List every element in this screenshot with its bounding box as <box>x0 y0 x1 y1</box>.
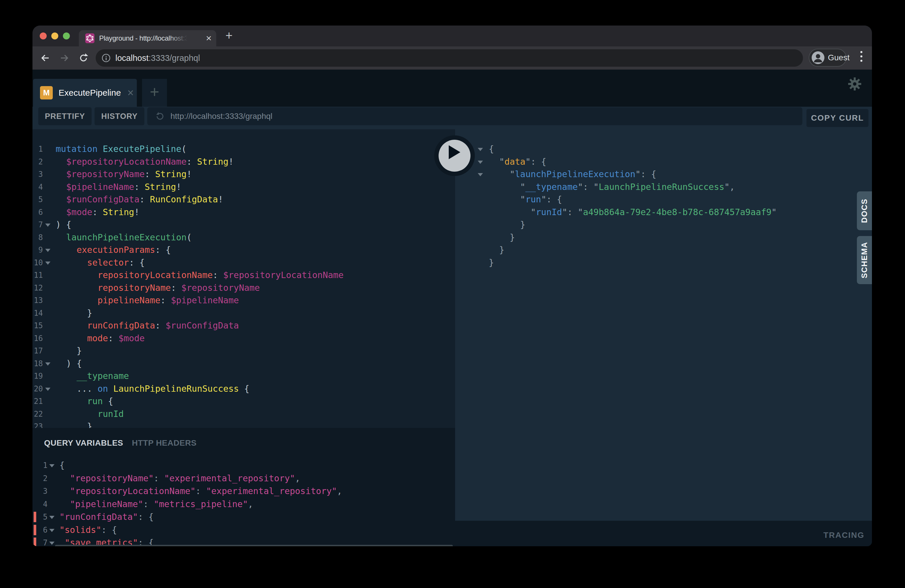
query-code-line: 2 $repositoryLocationName: String! <box>32 156 455 168</box>
query-code-line: 6 $mode: String! <box>32 206 455 219</box>
query-code-line: 3 $repositoryName: String! <box>32 168 455 181</box>
browser-tab[interactable]: Playground - http://localhost:33 × <box>79 30 216 46</box>
tab-title-fade <box>169 30 191 46</box>
query-code-line: 5 $runConfigData: RunConfigData! <box>32 193 455 206</box>
profile-button[interactable]: Guest <box>809 49 846 67</box>
site-info-icon[interactable] <box>102 53 111 63</box>
session-tab-close-icon[interactable]: × <box>127 87 133 99</box>
query-code-line: 20 ... on LaunchPipelineRunSuccess { <box>32 383 455 395</box>
fold-arrow-icon[interactable] <box>49 542 54 545</box>
schema-tab[interactable]: SCHEMA <box>857 236 872 284</box>
prettify-button[interactable]: PRETTIFY <box>38 107 92 125</box>
query-code-line: 13 pipelineName: $pipelineName <box>32 294 455 307</box>
response-code-line: "__typename": "LaunchPipelineRunSuccess"… <box>455 181 872 193</box>
fold-arrow-icon[interactable] <box>49 529 54 532</box>
query-code-line: 10 selector: { <box>32 256 455 269</box>
response-code-line: "run": { <box>455 193 872 206</box>
response-code-line: "data": { <box>455 156 872 168</box>
fold-arrow-icon[interactable] <box>45 388 51 391</box>
settings-gear-icon[interactable] <box>848 77 862 91</box>
query-code-line: 18 ) { <box>32 357 455 370</box>
fold-arrow-icon[interactable] <box>45 262 51 265</box>
endpoint-reload-icon <box>154 111 165 122</box>
avatar-icon <box>812 51 824 64</box>
play-icon <box>449 145 460 159</box>
query-editor[interactable]: 1mutation ExecutePipeline(2 $repositoryL… <box>32 129 455 428</box>
traffic-light-minimize[interactable] <box>51 32 58 40</box>
query-code-line: 14 } <box>32 307 455 319</box>
url-bar[interactable]: localhost:3333/graphql <box>96 49 803 67</box>
query-code-line: 4 $pipelineName: String! <box>32 181 455 193</box>
session-tab[interactable]: M ExecutePipeline × <box>33 79 137 107</box>
fold-arrow-icon[interactable] <box>45 249 51 252</box>
fold-arrow-icon[interactable] <box>49 464 54 467</box>
browser-window: Playground - http://localhost:33 × + loc… <box>32 25 872 546</box>
mutation-badge: M <box>40 86 53 99</box>
variables-pane: QUERY VARIABLES HTTP HEADERS 1{2 "reposi… <box>32 428 455 546</box>
playground-toolbar: PRETTIFY HISTORY http://localhost:3333/g… <box>32 107 872 129</box>
browser-address-bar: localhost:3333/graphql Guest <box>32 46 872 70</box>
response-code-line: } <box>455 231 872 244</box>
query-code-line: 1mutation ExecutePipeline( <box>32 143 455 156</box>
response-code-line: { <box>455 143 872 156</box>
response-code-line: } <box>455 218 872 231</box>
tab-http-headers[interactable]: HTTP HEADERS <box>132 439 197 448</box>
response-code-line: } <box>455 243 872 256</box>
new-tab-button[interactable]: + <box>222 30 235 42</box>
browser-menu-icon[interactable] <box>861 51 863 64</box>
query-code-line: 16 mode: $mode <box>32 332 455 345</box>
forward-icon[interactable] <box>59 53 70 63</box>
reload-icon[interactable] <box>78 53 89 63</box>
variables-code-line: 2 "repositoryName": "experimental_reposi… <box>32 472 455 485</box>
response-code-line: "launchPipelineExecution": { <box>455 168 872 181</box>
query-code-line: 7) { <box>32 218 455 231</box>
profile-label: Guest <box>828 53 849 62</box>
query-code-line: 19 __typename <box>32 370 455 383</box>
response-code-line: "runId": "a49b864a-79e2-4be8-b78c-687457… <box>455 206 872 219</box>
horizontal-scrollbar[interactable] <box>55 545 453 546</box>
query-code-line: 11 repositoryLocationName: $repositoryLo… <box>32 269 455 281</box>
query-code-line: 17 } <box>32 345 455 357</box>
copy-curl-button[interactable]: COPY CURL <box>807 109 868 127</box>
query-code-line: 15 runConfigData: $runConfigData <box>32 319 455 332</box>
tracing-toggle[interactable]: TRACING <box>823 531 864 540</box>
fold-arrow-icon[interactable] <box>45 224 51 227</box>
fold-arrow-icon[interactable] <box>478 173 483 176</box>
variables-code-line: 6"solids": { <box>32 524 455 536</box>
response-code-line: } <box>455 256 872 269</box>
variables-code-line: 3 "repositoryLocationName": "experimenta… <box>32 485 455 497</box>
endpoint-url: http://localhost:3333/graphql <box>170 111 273 121</box>
variables-code-line: 4 "pipelineName": "metrics_pipeline", <box>32 498 455 510</box>
traffic-light-close[interactable] <box>40 32 47 40</box>
query-code-line: 22 runId <box>32 408 455 420</box>
execute-button[interactable] <box>434 135 475 176</box>
browser-tab-strip: Playground - http://localhost:33 × + <box>32 25 872 46</box>
variables-code-line: 5"runConfigData": { <box>32 510 455 523</box>
query-code-line: 21 run { <box>32 395 455 408</box>
query-code-line: 12 repositoryName: $repositoryName <box>32 281 455 294</box>
session-tab-title: ExecutePipeline <box>59 88 121 98</box>
fold-arrow-icon[interactable] <box>45 362 51 366</box>
history-button[interactable]: HISTORY <box>95 107 144 125</box>
tab-query-variables[interactable]: QUERY VARIABLES <box>44 439 123 448</box>
fold-arrow-icon[interactable] <box>478 161 483 164</box>
traffic-light-zoom[interactable] <box>63 32 70 40</box>
tab-close-icon[interactable]: × <box>206 33 212 43</box>
query-code-line: 8 launchPipelineExecution( <box>32 231 455 244</box>
query-code-line: 9 executionParams: { <box>32 243 455 256</box>
new-session-button[interactable]: + <box>142 79 167 107</box>
query-code-line: 23 } <box>32 420 455 428</box>
variables-code-line: 1{ <box>32 459 455 472</box>
graphql-favicon-icon <box>85 33 95 43</box>
back-icon[interactable] <box>40 53 51 63</box>
docs-tab[interactable]: DOCS <box>857 191 872 230</box>
fold-arrow-icon[interactable] <box>478 148 483 151</box>
url-text: localhost:3333/graphql <box>115 53 200 63</box>
tracing-bar: TRACING <box>455 521 872 546</box>
fold-arrow-icon[interactable] <box>49 516 54 519</box>
response-pane: { "data": { "launchPipelineExecution": {… <box>455 129 872 521</box>
endpoint-input[interactable]: http://localhost:3333/graphql <box>147 107 802 125</box>
